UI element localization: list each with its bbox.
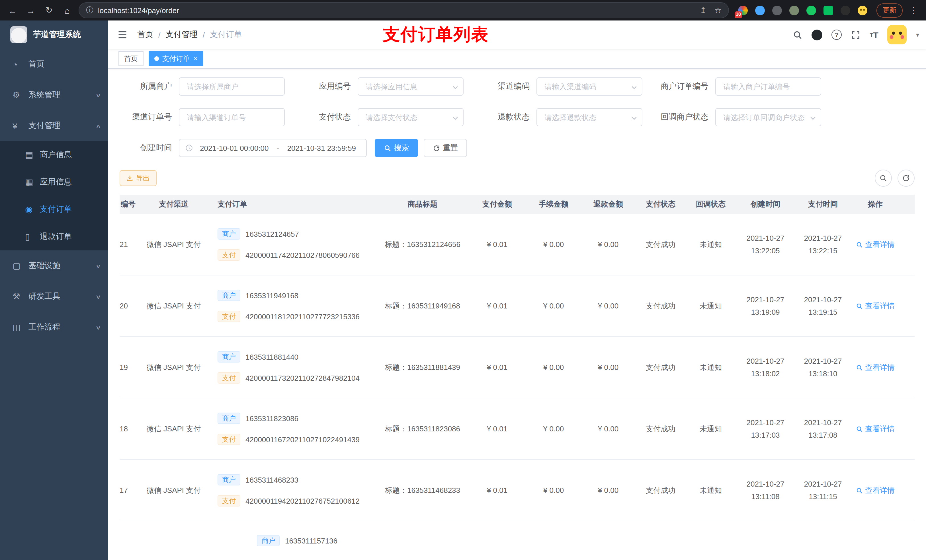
merchant-order-no: 1635311881440 xyxy=(245,353,298,361)
browser-menu-icon[interactable]: ⋮ xyxy=(907,5,920,15)
toggle-search-button[interactable] xyxy=(875,170,892,187)
view-tab[interactable]: 支付订单 × xyxy=(149,51,203,66)
reset-button[interactable]: 重置 xyxy=(424,139,467,157)
extension-icon-5[interactable] xyxy=(806,5,816,15)
date-start[interactable]: 2021-10-01 00:00:00 xyxy=(195,144,273,152)
refresh-table-button[interactable] xyxy=(897,170,915,187)
filter-input-field[interactable] xyxy=(365,112,448,122)
sidebar-subitem-label: 应用信息 xyxy=(40,177,108,187)
view-detail-link[interactable]: 查看详情 xyxy=(856,485,895,495)
extension-icon-1[interactable]: 10 xyxy=(738,5,748,15)
filter-input[interactable] xyxy=(536,77,642,96)
url-text[interactable]: localhost:1024/pay/order xyxy=(98,6,691,15)
filter-input-field[interactable] xyxy=(543,82,627,91)
share-icon[interactable]: ↥ xyxy=(700,6,706,15)
pay-tag: 支付 xyxy=(218,311,240,322)
channel-order-no: 4200001167202110271022491439 xyxy=(245,435,360,444)
sidebar-item[interactable]: ¥ 支付管理 ∧ xyxy=(0,110,108,141)
sidebar-item[interactable]: ◔ 首页 xyxy=(0,49,108,80)
cell-id: 19 xyxy=(120,337,137,398)
filter-input[interactable] xyxy=(715,77,821,96)
chevron-icon: ∨ xyxy=(95,324,101,331)
avatar-caret-icon[interactable]: ▾ xyxy=(916,31,919,38)
help-icon[interactable]: ? xyxy=(831,30,842,40)
filter-input[interactable] xyxy=(536,108,642,126)
cell-channel: 微信 JSAPI 支付 xyxy=(137,398,211,459)
sidebar-subitem[interactable]: ▤ 商户信息 xyxy=(0,141,108,169)
export-button[interactable]: 导出 xyxy=(120,170,157,186)
pay-submenu: ▤ 商户信息 ▦ 应用信息 ◉ 支付订单 ▯ xyxy=(0,141,108,251)
dev-tools-icon: ⚒ xyxy=(12,291,26,302)
reload-icon[interactable]: ↻ xyxy=(42,3,56,17)
table-row: 20 微信 JSAPI 支付 商户 1635311949168 支付 42000… xyxy=(120,275,915,337)
view-detail-link[interactable]: 查看详情 xyxy=(856,424,895,434)
view-tab[interactable]: 首页 × xyxy=(118,51,144,66)
cell-fee: ¥ 0.00 xyxy=(526,275,581,337)
filter-input[interactable] xyxy=(179,77,285,96)
cell-fee: ¥ 0.00 xyxy=(526,398,581,459)
font-size-icon[interactable]: TT xyxy=(870,30,878,39)
col-fee: 手续金额 xyxy=(526,195,581,214)
filter-input-field[interactable] xyxy=(365,82,448,91)
hamburger-icon[interactable] xyxy=(117,30,127,40)
filter-input[interactable] xyxy=(179,108,285,126)
sidebar-item[interactable]: ▢ 基础设施 ∨ xyxy=(0,251,108,281)
filter-input[interactable] xyxy=(715,108,821,126)
channel-order-no: 4200001174202110278060590766 xyxy=(245,251,360,259)
date-separator: - xyxy=(275,144,280,152)
chevron-icon: ∨ xyxy=(95,92,101,98)
sidebar-subitem[interactable]: ▦ 应用信息 xyxy=(0,169,108,196)
sidebar-item[interactable]: ◫ 工作流程 ∨ xyxy=(0,312,108,343)
search-icon[interactable] xyxy=(793,30,802,39)
extension-icon-4[interactable] xyxy=(789,5,799,15)
cell-channel: 微信 JSAPI 支付 xyxy=(137,275,211,337)
fullscreen-icon[interactable] xyxy=(851,30,861,39)
sidebar-subitem[interactable]: ◉ 支付订单 xyxy=(0,196,108,223)
filter-input-field[interactable] xyxy=(543,112,627,122)
filter-input-field[interactable] xyxy=(186,112,269,122)
extension-icon-8[interactable] xyxy=(858,5,867,15)
filter-input-field[interactable] xyxy=(722,82,806,91)
cell-pay-time: 2021-10-2713:19:15 xyxy=(795,275,851,337)
filter-input[interactable] xyxy=(358,77,464,96)
filter-label: 渠道编码 xyxy=(477,82,536,92)
date-end[interactable]: 2021-10-31 23:59:59 xyxy=(283,144,360,152)
home-icon[interactable]: ⌂ xyxy=(61,3,74,17)
forward-icon[interactable]: → xyxy=(24,3,38,17)
breadcrumb-home[interactable]: 首页 xyxy=(137,30,153,40)
filter-input[interactable] xyxy=(358,108,464,126)
site-info-icon[interactable]: ⓘ xyxy=(86,5,94,15)
table-body: 21 微信 JSAPI 支付 商户 1635312124657 支付 42000… xyxy=(120,214,915,560)
col-title: 商品标题 xyxy=(377,195,468,214)
back-icon[interactable]: ← xyxy=(6,3,20,17)
filter-input-field[interactable] xyxy=(722,112,806,122)
extension-icon-7[interactable] xyxy=(841,5,850,15)
filter-field: 应用编号 xyxy=(298,77,464,96)
breadcrumb-pay-manage[interactable]: 支付管理 xyxy=(166,30,198,40)
view-detail-link[interactable]: 查看详情 xyxy=(856,301,895,311)
cell-status: 支付成功 xyxy=(635,275,686,337)
sidebar-item[interactable]: ⚙ 系统管理 ∨ xyxy=(0,80,108,110)
extension-icon-2[interactable] xyxy=(755,5,765,15)
cell-notify: 未通知 xyxy=(686,337,736,398)
main-area: 首页 / 支付管理 / 支付订单 支付订单列表 ? TT ▾ xyxy=(108,21,926,560)
filter-input-field[interactable] xyxy=(186,82,269,91)
view-detail-link[interactable]: 查看详情 xyxy=(856,239,895,249)
extension-icon-3[interactable] xyxy=(772,5,782,15)
gear-icon: ⚙ xyxy=(12,90,26,100)
extension-icon-6[interactable] xyxy=(823,5,833,15)
view-detail-link[interactable]: 查看详情 xyxy=(856,362,895,373)
bookmark-star-icon[interactable]: ☆ xyxy=(714,6,722,15)
user-avatar[interactable] xyxy=(888,25,907,44)
cell-notify: 未通知 xyxy=(686,275,736,337)
channel-order-no: 4200001181202110277723215336 xyxy=(245,312,360,321)
sidebar-item[interactable]: ⚒ 研发工具 ∨ xyxy=(0,281,108,312)
address-bar[interactable]: ⓘ localhost:1024/pay/order ↥ ☆ xyxy=(79,2,729,18)
app-logo[interactable]: 芋道管理系统 xyxy=(0,21,108,49)
github-icon[interactable] xyxy=(811,29,822,40)
sidebar-subitem[interactable]: ▯ 退款订单 xyxy=(0,223,108,251)
search-button[interactable]: 搜索 xyxy=(375,139,418,157)
tab-close-icon[interactable]: × xyxy=(194,55,198,62)
browser-update-button[interactable]: 更新 xyxy=(876,3,903,17)
date-range-picker[interactable]: 2021-10-01 00:00:00 - 2021-10-31 23:59:5… xyxy=(179,139,367,157)
